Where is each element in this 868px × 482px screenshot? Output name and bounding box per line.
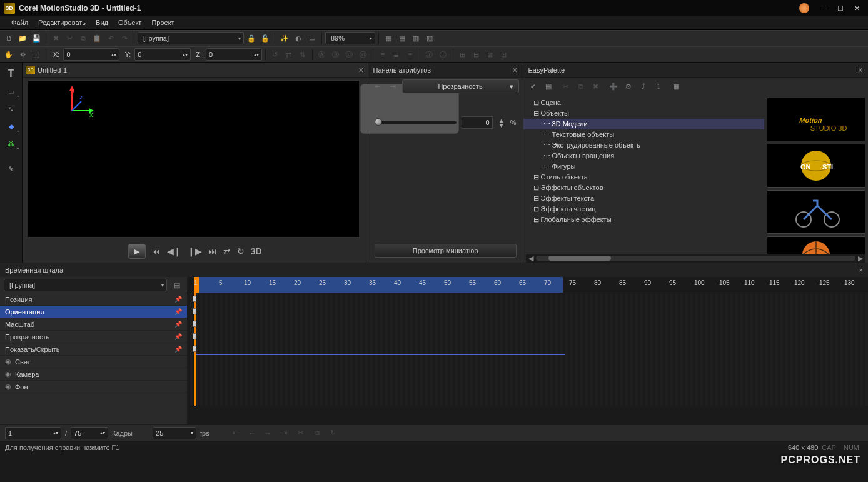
- timeline-track-row[interactable]: ◉Камера: [0, 368, 187, 381]
- dist2-icon[interactable]: ⊟: [470, 48, 483, 61]
- ep-delete-icon[interactable]: ✖: [590, 80, 602, 93]
- primitive-tool-icon[interactable]: ◆▾: [3, 119, 19, 134]
- ep-check-icon[interactable]: ✔: [527, 80, 540, 93]
- timeline-track-row[interactable]: Позиция📌: [0, 293, 187, 306]
- first-frame-button[interactable]: ⏮: [152, 246, 161, 256]
- thumb-motion[interactable]: MotionSTUDIO 3D: [767, 98, 865, 141]
- attr-prev-icon[interactable]: ⇤: [372, 80, 385, 93]
- shape-tool-icon[interactable]: ▭▾: [3, 84, 19, 99]
- timeline-area[interactable]: 1510152025303540455055606570758085909510…: [188, 277, 868, 424]
- paste-icon[interactable]: 📋: [91, 32, 103, 44]
- menu-object[interactable]: Объект: [113, 17, 146, 29]
- ep-hscroll[interactable]: ◀▶: [526, 254, 866, 263]
- viewport-close-icon[interactable]: ×: [358, 65, 363, 75]
- layout1-icon[interactable]: ▦: [382, 32, 395, 44]
- ep-add-icon[interactable]: ➕: [607, 80, 620, 93]
- tl-btn1-icon[interactable]: ⇤: [230, 427, 242, 439]
- open-icon[interactable]: 📁: [16, 32, 29, 44]
- tree-node[interactable]: ⋯ Экструдированные объекть: [523, 140, 765, 151]
- render-icon[interactable]: ▭: [306, 32, 318, 44]
- text1-icon[interactable]: Ⓣ: [423, 48, 436, 61]
- tl-btn3-icon[interactable]: →: [262, 427, 275, 439]
- path-tool-icon[interactable]: ∿: [3, 101, 19, 116]
- tl-btn2-icon[interactable]: ←: [246, 427, 258, 439]
- dist3-icon[interactable]: ⊠: [484, 48, 497, 61]
- particle-tool-icon[interactable]: ⁂▾: [3, 136, 19, 151]
- wand-icon[interactable]: ✨: [278, 32, 291, 44]
- align1-icon[interactable]: Ⓐ: [316, 48, 328, 61]
- ep-gear-icon[interactable]: ⚙: [622, 80, 635, 93]
- tree-node[interactable]: ⊟ Сцена: [523, 98, 765, 108]
- z-input[interactable]: 0▴▾: [206, 48, 262, 61]
- x-input[interactable]: 0▴▾: [63, 48, 119, 61]
- refresh-button[interactable]: ↻: [237, 246, 245, 256]
- attr-next-icon[interactable]: ⇥: [387, 80, 400, 93]
- timeline-track-row[interactable]: Масштаб📌: [0, 318, 187, 331]
- tree-node[interactable]: ⊟ Стиль объекта: [523, 172, 765, 183]
- tree-node[interactable]: ⊟ Объекты: [523, 108, 765, 119]
- dist1-icon[interactable]: ⊞: [457, 48, 469, 61]
- align2-icon[interactable]: Ⓑ: [330, 48, 342, 61]
- ep-grid-icon[interactable]: ▦: [670, 80, 682, 93]
- next-frame-button[interactable]: ⏭: [208, 246, 217, 256]
- ep-export-icon[interactable]: ⤴: [637, 80, 650, 93]
- total-frames-input[interactable]: 75▴▾: [71, 427, 108, 439]
- layout3-icon[interactable]: ▥: [410, 32, 422, 44]
- timeline-track-row[interactable]: ◉Фон: [0, 381, 187, 393]
- ep-copy-icon[interactable]: ⧉: [575, 80, 587, 93]
- fps-input[interactable]: 25▾: [153, 427, 196, 439]
- text2-icon[interactable]: Ⓣ: [437, 48, 450, 61]
- tree-node[interactable]: ⊟ Эффекты текста: [523, 193, 765, 204]
- hand-icon[interactable]: ✋: [3, 48, 15, 61]
- ep-cut-icon[interactable]: ✂: [560, 80, 572, 93]
- move-tool-icon[interactable]: ✥: [16, 48, 29, 61]
- tree-node[interactable]: ⋯ Объекты вращения: [523, 151, 765, 161]
- edit-tool-icon[interactable]: ✎: [3, 161, 19, 176]
- undo-icon[interactable]: ↶: [104, 32, 117, 44]
- preview-thumbnails-button[interactable]: Просмотр миниатюр: [375, 244, 517, 258]
- tl-btn6-icon[interactable]: ⧉: [311, 427, 323, 439]
- timeline-track-row[interactable]: Прозрачность📌: [0, 331, 187, 343]
- thumb-basketball[interactable]: [767, 236, 865, 254]
- ep-import-icon[interactable]: ⤵: [652, 80, 665, 93]
- group-dropdown[interactable]: [Группа]▾: [138, 32, 244, 44]
- text-tool-icon[interactable]: T: [3, 66, 19, 81]
- tree-node[interactable]: ⋯ 3D Модели: [523, 119, 765, 129]
- opacity-spinner[interactable]: ▴▾: [498, 118, 505, 128]
- viewport-tab[interactable]: 3D Untitled-1: [26, 66, 67, 74]
- attr-panel-close-icon[interactable]: ×: [512, 65, 517, 75]
- timeline-track-row[interactable]: ◉Свет: [0, 356, 187, 368]
- tl-btn7-icon[interactable]: ↻: [327, 427, 340, 439]
- prev-frame-button[interactable]: ◀❙: [167, 246, 181, 256]
- menu-edit[interactable]: Редактировать: [33, 17, 91, 29]
- play-pause-button[interactable]: ❙▶: [188, 246, 202, 256]
- flip-icon[interactable]: ⇅: [296, 48, 309, 61]
- timeline-group-dropdown[interactable]: [Группа]▾: [4, 279, 167, 291]
- tree-node[interactable]: ⊟ Глобальные эффекты: [523, 214, 765, 225]
- dist4-icon[interactable]: ⊡: [498, 48, 510, 61]
- layout2-icon[interactable]: ▤: [396, 32, 408, 44]
- tl-btn4-icon[interactable]: ⇥: [278, 427, 291, 439]
- unlock-icon[interactable]: 🔓: [259, 32, 271, 44]
- tree-node[interactable]: ⊟ Эффекты частиц: [523, 204, 765, 214]
- timeline-track-row[interactable]: Ориентация📌: [0, 306, 187, 318]
- menu-file[interactable]: Файл: [6, 17, 33, 29]
- maximize-button[interactable]: ☐: [833, 2, 848, 14]
- thumb-bike[interactable]: [767, 190, 865, 234]
- opacity-slider[interactable]: [375, 121, 457, 124]
- play-button[interactable]: ▶: [128, 244, 146, 259]
- halign2-icon[interactable]: ≣: [390, 48, 403, 61]
- timeline-track-row[interactable]: Показать/Скрыть📌: [0, 343, 187, 356]
- easypalette-close-icon[interactable]: ×: [858, 65, 863, 75]
- timeline-close-icon[interactable]: ×: [859, 266, 863, 274]
- minimize-button[interactable]: —: [817, 2, 832, 14]
- cut-icon[interactable]: ✂: [63, 32, 76, 44]
- tree-node[interactable]: ⊟ Эффекты объектов: [523, 183, 765, 193]
- opacity-input[interactable]: 0: [462, 116, 493, 129]
- lock-icon[interactable]: 🔒: [245, 32, 258, 44]
- copy-icon[interactable]: ⧉: [77, 32, 89, 44]
- fx-icon[interactable]: ◐: [292, 32, 305, 44]
- mirror-icon[interactable]: ⇄: [283, 48, 295, 61]
- 3d-toggle-button[interactable]: 3D: [251, 246, 262, 256]
- timeline-tracks[interactable]: [188, 293, 868, 406]
